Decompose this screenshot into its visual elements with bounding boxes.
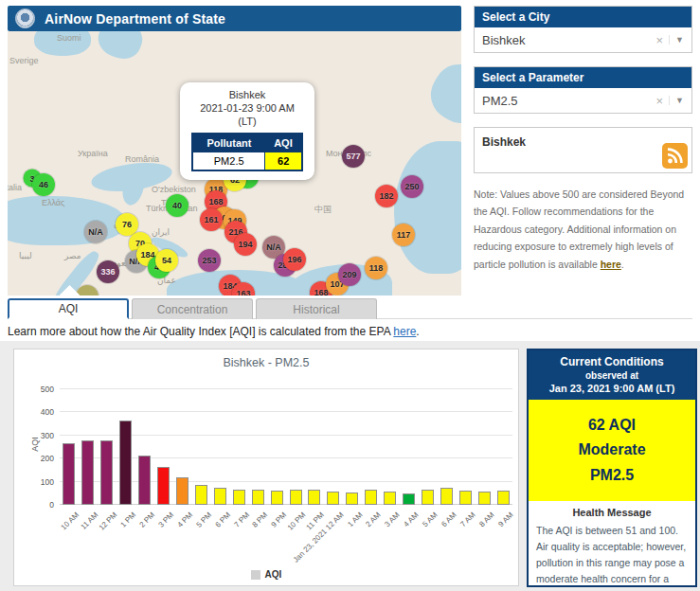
map-water (422, 55, 461, 133)
legend-label: AQI (265, 569, 282, 580)
health-message-title: Health Message (536, 507, 688, 518)
learn-more-here-link[interactable]: here (393, 325, 416, 338)
y-axis-tick: 0 (49, 500, 60, 510)
aqi-bar[interactable] (138, 456, 151, 505)
aqi-map-marker[interactable]: 196 (283, 248, 306, 271)
aqi-bar[interactable] (459, 491, 472, 505)
aqi-bar[interactable] (100, 440, 113, 505)
aqi-bar[interactable] (81, 440, 94, 505)
aqi-map-marker[interactable]: 117 (392, 224, 415, 246)
aqi-bar[interactable] (384, 492, 396, 505)
aqi-bar[interactable] (214, 488, 226, 505)
aqi-bar[interactable] (365, 490, 377, 505)
aqi-map-marker[interactable]: 40 (166, 194, 188, 217)
aqi-bar[interactable] (497, 491, 510, 505)
aqi-map-marker[interactable]: 161 (200, 208, 223, 231)
aqi-bar[interactable] (440, 488, 453, 505)
dos-seal-icon (15, 9, 35, 28)
chart-legend: AQI (14, 569, 518, 580)
popup-datetime: 2021-01-23 9:00 AM (188, 102, 307, 116)
note-text-end: . (621, 259, 624, 270)
popup-timezone: (LT) (188, 116, 307, 129)
x-axis-tick-label: 12 PM (97, 510, 118, 532)
aqi-bar[interactable] (233, 490, 245, 505)
aqi-bar[interactable] (63, 443, 75, 505)
aqi-note: Note: Values above 500 are considered Be… (474, 186, 692, 273)
map-country-label: Ελλάς (42, 198, 64, 207)
clear-icon[interactable]: × (650, 94, 669, 108)
city-select-label: Select a City (475, 7, 691, 27)
aqi-map-marker[interactable]: N/A (84, 221, 107, 243)
aqi-chart-card: Bishkek - PM2.5 AQI 0100200300400500 10 … (13, 349, 519, 586)
aqi-map-marker[interactable]: 209 (338, 263, 361, 286)
aqi-bar[interactable] (252, 490, 264, 505)
aqi-map-marker[interactable]: 577 (342, 145, 365, 168)
clear-icon[interactable]: × (650, 33, 669, 47)
aqi-bar[interactable] (478, 492, 491, 505)
conditions-parameter: PM2.5 (532, 463, 691, 488)
app-header: AirNow Department of State (8, 6, 461, 31)
chevron-down-icon[interactable]: ▼ (669, 96, 686, 105)
aqi-bar[interactable] (308, 490, 320, 505)
learn-more-text: Learn more about how the Air Quality Ind… (8, 325, 420, 338)
map-country-label: O'zbekiston (152, 185, 196, 194)
popup-aqi-table: Pollutant AQI PM2.5 62 (191, 133, 303, 171)
popup-aqi-value: 62 (265, 152, 302, 171)
aqi-map-marker[interactable]: 253 (198, 249, 221, 272)
current-conditions-panel: Current Conditions observed at Jan 23, 2… (527, 349, 697, 587)
map-country-label: Україна (78, 149, 108, 158)
aqi-map-marker[interactable]: 118 (365, 257, 387, 279)
map-country-label: Italia (8, 183, 22, 192)
aqi-map-marker[interactable]: 194 (234, 233, 257, 256)
aqi-map-marker[interactable]: 46 (32, 173, 55, 196)
aqi-bar[interactable] (422, 490, 434, 505)
aqi-map[interactable]: SuomiSverigeУкраїнаRomâniaItaliaΕλλάςTür… (8, 31, 461, 296)
popup-col-aqi: AQI (265, 134, 302, 152)
map-country-label: ليبيا (19, 251, 32, 260)
chart-x-axis: 10 AM11 AM12 PM1 PM2 PM3 PM4 PM5 PM6 PM7… (60, 509, 512, 548)
x-axis-tick-label: 9 AM (496, 510, 514, 528)
aqi-bar[interactable] (403, 493, 415, 505)
aqi-bar[interactable] (346, 492, 358, 505)
aqi-map-marker[interactable]: 336 (97, 260, 119, 283)
learn-more-after: . (416, 325, 419, 338)
tab-historical[interactable]: Historical (256, 298, 377, 319)
note-text: Note: Values above 500 are considered Be… (474, 188, 684, 270)
aqi-bar[interactable] (195, 485, 207, 505)
city-feed-box[interactable]: Bishkek (474, 127, 692, 173)
tab-aqi[interactable]: AQI (8, 298, 129, 319)
aqi-map-marker[interactable]: 182 (375, 185, 398, 207)
health-message-section: Health Message The AQI is between 51 and… (529, 501, 695, 591)
city-select-box: Select a City Bishkek × ▼ (474, 6, 692, 53)
aqi-bar[interactable] (290, 490, 302, 505)
parameter-select-box: Select a Parameter PM2.5 × ▼ (474, 66, 692, 114)
conditions-datetime: Jan 23, 2021 9:00 AM (LT) (532, 383, 691, 394)
y-axis-tick: 400 (41, 407, 60, 417)
conditions-header: Current Conditions observed at Jan 23, 2… (529, 350, 695, 400)
city-select[interactable]: Bishkek × ▼ (475, 27, 691, 52)
tab-concentration[interactable]: Concentration (132, 298, 253, 319)
parameter-select-value: PM2.5 (482, 94, 650, 108)
y-axis-label: AQI (30, 437, 40, 452)
health-message-body: The AQI is between 51 and 100. Air quali… (536, 523, 688, 591)
parameter-select[interactable]: PM2.5 × ▼ (475, 88, 691, 113)
popup-col-pollutant: Pollutant (192, 134, 265, 152)
map-country-label: ایران (152, 227, 170, 237)
aqi-map-marker[interactable]: 54 (155, 249, 178, 272)
aqi-bar[interactable] (271, 491, 283, 505)
aqi-bar[interactable] (119, 421, 132, 505)
parameter-select-label: Select a Parameter (475, 67, 691, 88)
chevron-down-icon[interactable]: ▼ (669, 35, 686, 45)
y-axis-tick: 500 (41, 385, 60, 394)
note-here-link[interactable]: here (601, 259, 621, 270)
aqi-map-marker[interactable]: 250 (401, 175, 423, 198)
aqi-bar[interactable] (327, 492, 339, 505)
map-country-label: Sverige (9, 56, 39, 65)
map-water-mediterranean (8, 196, 127, 245)
chart-title: Bishkek - PM2.5 (14, 356, 518, 369)
aqi-bar[interactable] (157, 467, 170, 505)
y-axis-tick: 100 (41, 477, 60, 487)
rss-icon[interactable] (662, 143, 688, 169)
aqi-bar[interactable] (176, 477, 188, 505)
conditions-aqi-value: 62 AQI (532, 413, 691, 438)
